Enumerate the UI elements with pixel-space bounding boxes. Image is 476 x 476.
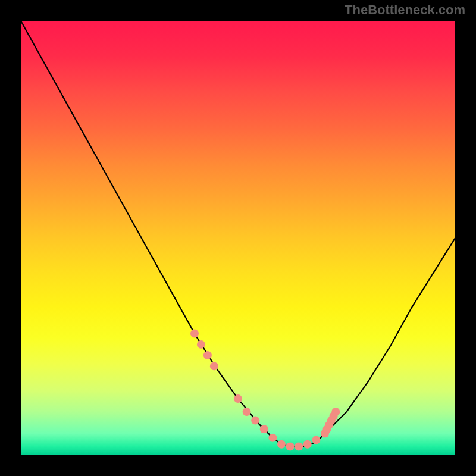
- marker-dot: [260, 425, 268, 433]
- marker-dot: [190, 330, 199, 338]
- marker-dot: [331, 408, 340, 416]
- marker-dot: [268, 434, 277, 442]
- marker-dot: [295, 442, 303, 450]
- marker-dot: [312, 436, 320, 444]
- marker-dot: [303, 440, 312, 449]
- watermark-text: TheBottleneck.com: [345, 2, 465, 18]
- marker-dot: [234, 394, 242, 403]
- marker-dot: [210, 362, 218, 370]
- marker-dot: [251, 416, 259, 425]
- marker-dot: [243, 408, 251, 416]
- marker-dot: [197, 340, 205, 349]
- marker-dot: [203, 351, 212, 359]
- plot-area: [21, 21, 455, 455]
- marker-dot: [277, 440, 286, 449]
- curve-line: [21, 21, 455, 446]
- marker-dots: [190, 330, 340, 451]
- marker-dot: [286, 442, 295, 450]
- chart-svg: [21, 21, 455, 455]
